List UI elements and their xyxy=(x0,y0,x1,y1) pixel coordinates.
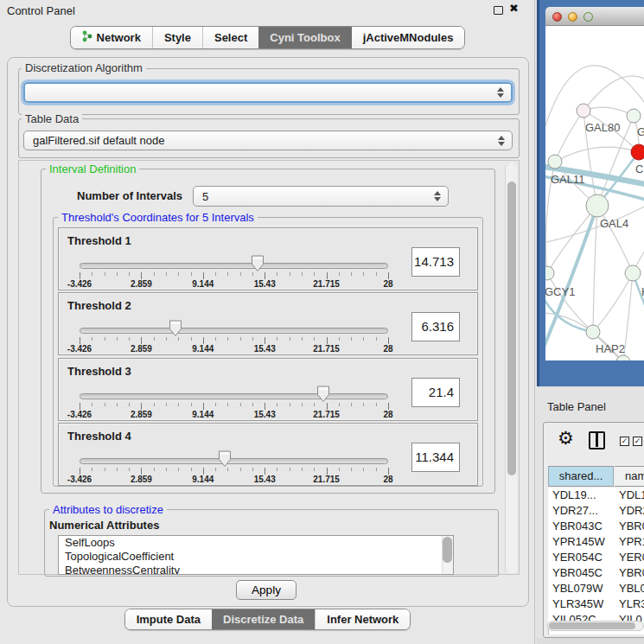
checkbox-icon[interactable]: ✓ xyxy=(633,437,642,446)
network-window-titlebar[interactable] xyxy=(545,7,644,26)
tick-mark xyxy=(388,337,389,344)
network-node[interactable] xyxy=(545,266,554,280)
tick-label: 15.43 xyxy=(239,475,290,484)
slider-track[interactable] xyxy=(80,263,388,269)
tick-mark xyxy=(351,272,352,276)
table-cell: YPR145W xyxy=(552,534,605,550)
table-row[interactable]: YER054CYER0 xyxy=(548,550,644,565)
horizontal-scrollbar[interactable] xyxy=(547,621,644,631)
algorithm-combobox[interactable] xyxy=(23,82,513,103)
scrollbar-thumb[interactable] xyxy=(507,182,516,475)
threshold-row: Threshold 4-3.4262.8599.14415.4321.71528… xyxy=(58,423,478,486)
network-node[interactable] xyxy=(625,265,641,281)
slider-track[interactable] xyxy=(80,458,388,464)
minimize-traffic-light-icon[interactable] xyxy=(568,12,577,22)
threshold-value-field[interactable]: 6.316 xyxy=(411,312,460,341)
list-scrollbar-thumb[interactable] xyxy=(443,537,452,563)
tick-mark xyxy=(265,272,265,279)
table-row[interactable]: YBR045CYBR0 xyxy=(548,565,644,581)
tick-label: 28 xyxy=(362,475,414,484)
list-scrollbar[interactable] xyxy=(442,536,453,574)
tab-impute-data[interactable]: Impute Data xyxy=(125,609,212,629)
network-node[interactable] xyxy=(577,104,590,118)
table-cell: YDR2 xyxy=(619,503,644,519)
threshold-value-field[interactable]: 21.4 xyxy=(411,378,460,407)
num-intervals-combobox[interactable]: 5 xyxy=(193,186,449,207)
network-edge[interactable] xyxy=(547,206,597,273)
table-cell: YER0 xyxy=(619,550,644,565)
network-node[interactable] xyxy=(627,109,641,123)
numerical-attributes-list[interactable]: SelfLoopsTopologicalCoefficientBetweenne… xyxy=(58,535,454,575)
gear-icon[interactable]: ⚙ xyxy=(558,428,574,449)
table-row[interactable]: YDR27...YDR2 xyxy=(548,503,644,519)
network-canvas[interactable]: GAL80GACGAL11GAL4GCY1HHAP2 xyxy=(545,26,644,360)
node-label: GCY1 xyxy=(545,285,575,298)
table-row[interactable]: YBL079WYBL0 xyxy=(548,581,644,596)
column-header-name[interactable]: name xyxy=(615,466,644,487)
list-item[interactable]: TopologicalCoefficient xyxy=(59,550,453,564)
close-icon[interactable]: ✖ xyxy=(509,2,519,15)
slider-track[interactable] xyxy=(80,393,388,399)
node-label: HAP2 xyxy=(596,342,625,355)
tick-mark xyxy=(314,403,315,406)
tick-mark xyxy=(105,272,105,276)
list-item[interactable]: BetweennessCentrality xyxy=(59,564,453,575)
slider-handle[interactable] xyxy=(251,255,265,276)
tick-mark xyxy=(290,403,290,406)
network-node[interactable] xyxy=(548,155,562,169)
float-window-icon[interactable] xyxy=(494,6,503,15)
tick-mark xyxy=(154,468,155,471)
close-traffic-light-icon[interactable] xyxy=(552,12,562,22)
scrollbar-thumb[interactable] xyxy=(549,622,635,629)
tick-mark xyxy=(154,272,155,276)
tick-mark xyxy=(191,337,192,341)
tick-mark xyxy=(129,272,130,276)
column-header-shared[interactable]: shared... xyxy=(548,466,614,487)
slider-track[interactable] xyxy=(80,328,388,334)
tab-select[interactable]: Select xyxy=(202,27,258,48)
table-row[interactable]: YLR345WYLR3 xyxy=(548,596,644,612)
threshold-value-field[interactable]: 14.713 xyxy=(411,247,460,277)
split-view-icon[interactable] xyxy=(589,431,605,450)
tick-mark xyxy=(215,272,216,276)
network-node[interactable] xyxy=(631,144,644,160)
threshold-value-field[interactable]: 11.344 xyxy=(411,443,460,472)
network-edge[interactable] xyxy=(593,273,633,332)
checkbox-icon[interactable]: ✓ xyxy=(620,437,629,446)
list-item[interactable]: SelfLoops xyxy=(59,536,453,550)
threshold-row: Threshold 3-3.4262.8599.14415.4321.71528… xyxy=(58,358,478,421)
threshold-label: Threshold 2 xyxy=(67,299,131,312)
vertical-scrollbar[interactable] xyxy=(505,163,517,574)
zoom-traffic-light-icon[interactable] xyxy=(583,12,593,22)
tab-jactivemnodules[interactable]: jActiveMNodules xyxy=(352,27,465,48)
network-edge[interactable] xyxy=(583,76,644,111)
tab-network[interactable]: Network xyxy=(71,27,152,48)
apply-button[interactable]: Apply xyxy=(236,580,296,600)
tick-label: 2.859 xyxy=(115,279,167,289)
table-row[interactable]: YDL19...YDL1 xyxy=(548,488,644,503)
network-edge[interactable] xyxy=(545,66,644,149)
interval-definition-title: Interval Definition xyxy=(46,163,139,175)
slider-handle[interactable] xyxy=(169,320,182,341)
network-node[interactable] xyxy=(586,194,609,217)
network-node[interactable] xyxy=(586,325,600,339)
slider-handle[interactable] xyxy=(218,450,232,471)
network-edge[interactable] xyxy=(593,206,597,332)
table-data-combobox[interactable]: galFiltered.sif default node xyxy=(23,131,513,150)
tick-mark xyxy=(363,468,364,471)
tick-mark xyxy=(92,272,92,276)
network-window[interactable]: GAL80GACGAL11GAL4GCY1HHAP2 xyxy=(537,0,644,386)
tick-mark xyxy=(363,337,364,341)
tab-discretize-data[interactable]: Discretize Data xyxy=(212,609,315,629)
slider-handle[interactable] xyxy=(316,386,330,406)
tab-cyni-toolbox[interactable]: Cyni Toolbox xyxy=(258,27,351,48)
table-row[interactable]: YPR145WYPR1 xyxy=(548,534,644,550)
tab-infer-network[interactable]: Infer Network xyxy=(315,609,410,629)
network-edge[interactable] xyxy=(555,111,583,162)
network-edge[interactable] xyxy=(555,147,639,162)
node-label: GAL4 xyxy=(600,217,628,230)
table-row[interactable]: YBR043CYBR0 xyxy=(548,519,644,534)
tab-style[interactable]: Style xyxy=(152,27,202,48)
tick-mark xyxy=(302,403,303,406)
tick-label: 21.715 xyxy=(301,475,353,484)
